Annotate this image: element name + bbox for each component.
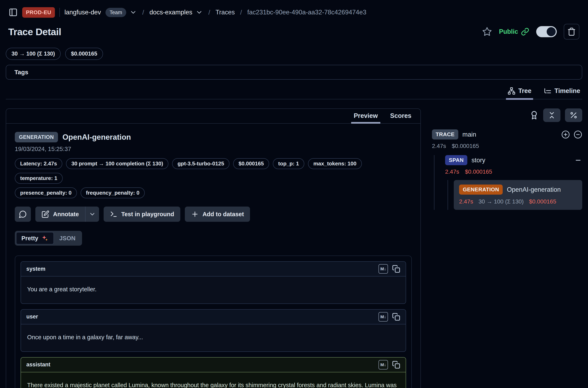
tree-node-generation-selected[interactable]: GENERATION OpenAI-generation 2.47s 30 → …	[454, 180, 582, 210]
message-tools: M↓	[379, 312, 400, 321]
add-to-dataset-button[interactable]: Add to dataset	[185, 207, 250, 222]
observation-timestamp: 19/03/2024, 15:25:37	[15, 146, 412, 152]
model-pill[interactable]: gpt-3.5-turbo-0125	[172, 158, 229, 169]
sparkles-icon	[41, 235, 48, 242]
generation-cost: $0.000165	[529, 198, 556, 205]
actions-row: Annotate Test in playground Add to data	[15, 207, 412, 222]
breadcrumb-traces[interactable]: Traces	[215, 9, 235, 16]
message-role: assistant	[26, 362, 50, 368]
observation-type-badge: GENERATION	[15, 132, 58, 142]
cost-pill[interactable]: $0.000165	[233, 158, 269, 169]
markdown-toggle-icon[interactable]: M↓	[379, 312, 388, 321]
message-content: Once upon a time in a galaxy far, far aw…	[21, 324, 406, 351]
org-plan-badge: Team	[106, 8, 126, 17]
message-system: system M↓ You are a great storyteller.	[21, 261, 406, 304]
tags-box[interactable]: Tags	[6, 65, 582, 80]
star-icon[interactable]	[482, 27, 492, 37]
trace-cost: $0.000165	[452, 143, 479, 149]
view-tabs: Tree Timeline	[6, 87, 582, 99]
pretty-label: Pretty	[21, 235, 38, 242]
sidebar-toggle-icon[interactable]	[9, 8, 18, 17]
tab-preview[interactable]: Preview	[353, 109, 378, 123]
markdown-toggle-icon[interactable]: M↓	[379, 360, 388, 369]
span-type-badge: SPAN	[445, 155, 467, 165]
copy-icon[interactable]	[392, 313, 400, 321]
trace-row-actions	[561, 130, 582, 139]
span-latency: 2.47s	[445, 169, 459, 175]
token-usage-pill[interactable]: 30 → 100 (Σ 130)	[6, 48, 61, 60]
add-to-dataset-label: Add to dataset	[203, 211, 244, 218]
message-content: There existed a majestic planet called L…	[21, 372, 406, 388]
trace-latency: 2.47s	[432, 143, 446, 149]
token-breakdown-pill[interactable]: 30 prompt → 100 completion (Σ 130)	[66, 158, 168, 169]
message-user-header: user M↓	[21, 310, 406, 324]
tab-timeline-label: Timeline	[554, 87, 580, 95]
max-tokens-pill[interactable]: max_tokens: 100	[308, 158, 362, 169]
span-metrics: 2.47s $0.000165	[445, 169, 582, 175]
breadcrumb-org[interactable]: langfuse-dev	[64, 9, 101, 16]
generation-row: GENERATION OpenAI-generation	[459, 185, 577, 194]
org-chevron-down-icon[interactable]	[130, 9, 137, 16]
latency-pill[interactable]: Latency: 2.47s	[15, 158, 62, 169]
panel-tabs: Preview Scores	[6, 109, 420, 124]
test-in-playground-button[interactable]: Test in playground	[104, 207, 180, 222]
message-text: Once upon a time in a galaxy far, far aw…	[27, 333, 400, 342]
tab-tree[interactable]: Tree	[508, 87, 531, 99]
delete-trace-button[interactable]	[564, 24, 579, 40]
toggle-metrics-button[interactable]	[565, 108, 582, 122]
tab-scores[interactable]: Scores	[390, 109, 412, 123]
annotate-button[interactable]: Annotate	[35, 207, 85, 222]
trace-tree-panel: TRACE main 2.47s $0.000165 SPAN story	[431, 108, 582, 210]
span-row-actions	[574, 156, 582, 164]
message-user: user M↓ Once upon a time in a galaxy far…	[21, 309, 406, 352]
comment-button[interactable]	[15, 207, 31, 222]
trace-children: SPAN story 2.47s $0.000165 GENERAT	[434, 155, 582, 210]
trace-type-badge: TRACE	[432, 129, 458, 140]
observation-body: GENERATION OpenAI-generation 19/03/2024,…	[6, 124, 420, 388]
message-tools: M↓	[379, 360, 400, 369]
copy-icon[interactable]	[392, 265, 400, 273]
presence-penalty-pill[interactable]: presence_penalty: 0	[15, 187, 77, 198]
temperature-pill[interactable]: temperature: 1	[15, 173, 63, 184]
chevrons-down-up-icon	[548, 111, 556, 119]
tags-label: Tags	[14, 69, 28, 76]
format-pretty-option[interactable]: Pretty	[16, 232, 54, 244]
message-system-header: system M↓	[21, 262, 406, 276]
annotate-label: Annotate	[53, 211, 79, 218]
tree-node-span[interactable]: SPAN story	[445, 155, 582, 165]
tree-node-trace[interactable]: TRACE main	[432, 129, 582, 140]
zoom-out-icon[interactable]	[574, 130, 582, 139]
breadcrumb-project[interactable]: docs-examples	[149, 9, 192, 16]
breadcrumb-divider	[59, 8, 60, 17]
generation-node-name: OpenAI-generation	[507, 186, 561, 194]
public-link[interactable]: Public	[499, 27, 529, 36]
observation-badges-row-1: Latency: 2.47s 30 prompt → 100 completio…	[15, 158, 412, 184]
copy-icon[interactable]	[392, 361, 400, 369]
collapse-all-button[interactable]	[543, 108, 561, 122]
public-toggle[interactable]	[536, 26, 557, 37]
format-json-option[interactable]: JSON	[54, 233, 81, 244]
breadcrumb-trace-id: fac231bc-90ee-490a-aa32-78c4269474e3	[247, 9, 366, 16]
title-row: Trace Detail Public	[6, 24, 582, 40]
total-cost-pill[interactable]: $0.000165	[65, 48, 103, 60]
environment-badge[interactable]: PROD-EU	[22, 7, 55, 18]
tree-body: TRACE main 2.47s $0.000165 SPAN story	[431, 129, 582, 210]
message-text: There existed a majestic planet called L…	[27, 381, 400, 388]
collapse-node-icon[interactable]	[574, 156, 582, 164]
observation-header: GENERATION OpenAI-generation	[15, 132, 412, 142]
generation-latency: 2.47s	[459, 198, 473, 205]
markdown-toggle-icon[interactable]: M↓	[379, 264, 388, 274]
frequency-penalty-pill[interactable]: frequency_penalty: 0	[81, 187, 145, 198]
annotate-pencil-icon	[42, 210, 49, 218]
project-chevron-down-icon[interactable]	[196, 9, 203, 16]
annotate-chevron-down-icon[interactable]	[86, 207, 99, 222]
tab-timeline[interactable]: Timeline	[544, 87, 580, 99]
io-preview-card: system M↓ You are a great storyteller.	[15, 256, 412, 388]
observation-panel: Preview Scores GENERATION OpenAI-generat…	[6, 108, 421, 388]
top-p-pill[interactable]: top_p: 1	[273, 158, 304, 169]
zoom-in-icon[interactable]	[561, 130, 570, 139]
link-icon	[521, 27, 529, 36]
message-assistant-header: assistant M↓	[21, 358, 406, 372]
award-icon[interactable]	[530, 111, 539, 120]
content-area: Preview Scores GENERATION OpenAI-generat…	[6, 108, 582, 388]
